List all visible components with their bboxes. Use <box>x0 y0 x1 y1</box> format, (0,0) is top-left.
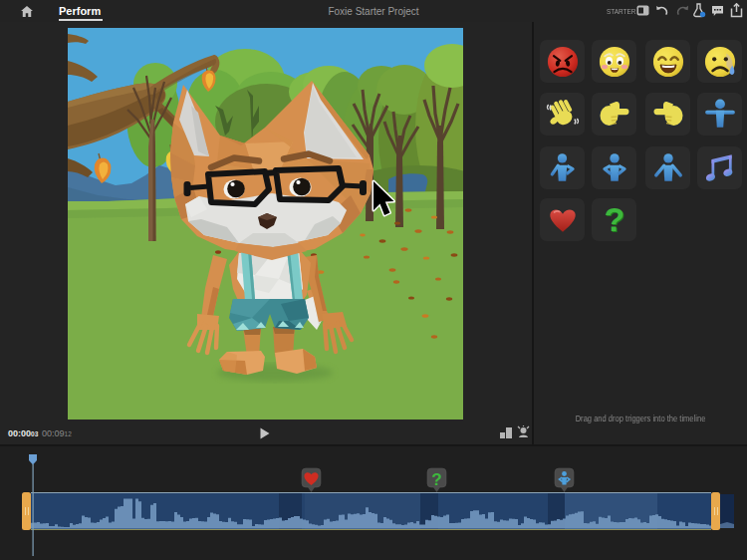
svg-text:?: ? <box>431 470 441 489</box>
svg-text:?: ? <box>604 203 624 237</box>
